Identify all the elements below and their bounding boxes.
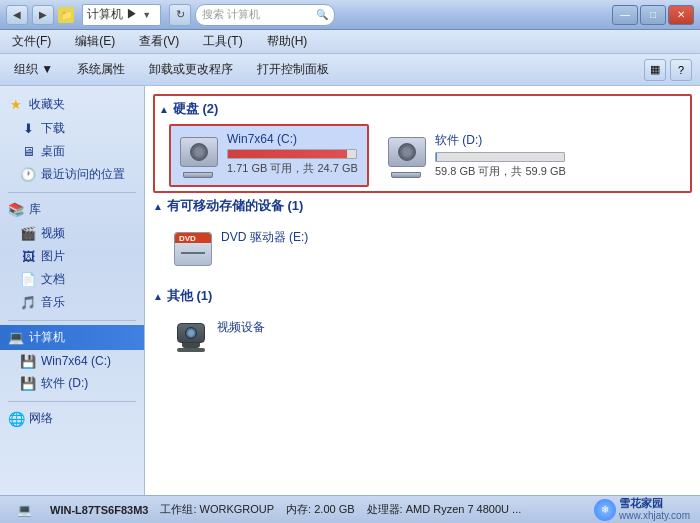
close-button[interactable]: ✕ bbox=[668, 5, 694, 25]
dvd-label-text: DVD bbox=[179, 234, 196, 243]
menu-view[interactable]: 查看(V) bbox=[135, 31, 183, 52]
computer-icon: 💻 bbox=[8, 330, 24, 346]
uninstall-button[interactable]: 卸载或更改程序 bbox=[143, 58, 239, 81]
address-bar[interactable]: 计算机 ▶ ▼ bbox=[82, 4, 161, 26]
drive-d-info: 软件 (D:) 59.8 GB 可用，共 59.9 GB bbox=[435, 132, 567, 179]
refresh-button[interactable]: ↻ bbox=[169, 4, 191, 26]
sidebar-divider-3 bbox=[8, 401, 136, 402]
removable-arrow[interactable]: ▲ bbox=[153, 201, 163, 212]
status-workgroup: 工作组: WORKGROUP bbox=[160, 502, 274, 517]
sidebar-videos-label: 视频 bbox=[41, 225, 65, 242]
d-drive-icon: 💾 bbox=[20, 376, 36, 392]
drive-c-progress-fill bbox=[228, 150, 347, 158]
other-grid: 视频设备 bbox=[163, 311, 692, 363]
sidebar-item-pictures[interactable]: 🖼 图片 bbox=[0, 245, 144, 268]
webcam-info: 视频设备 bbox=[217, 319, 353, 339]
minimize-button[interactable]: — bbox=[612, 5, 638, 25]
drive-d-name: 软件 (D:) bbox=[435, 132, 567, 149]
hard-drives-grid: Win7x64 (C:) 1.71 GB 可用，共 24.7 GB bbox=[169, 124, 686, 187]
hdd-body bbox=[180, 137, 218, 167]
hard-drives-title: ▲ 硬盘 (2) bbox=[159, 100, 686, 118]
sidebar-item-videos[interactable]: 🎬 视频 bbox=[0, 222, 144, 245]
sidebar-c-drive-label: Win7x64 (C:) bbox=[41, 354, 111, 368]
webcam-inner: 视频设备 bbox=[173, 319, 353, 355]
control-panel-button[interactable]: 打开控制面板 bbox=[251, 58, 335, 81]
sidebar-item-desktop[interactable]: 🖥 桌面 bbox=[0, 140, 144, 163]
menu-file[interactable]: 文件(F) bbox=[8, 31, 55, 52]
forward-button[interactable]: ▶ bbox=[32, 5, 54, 25]
address-dropdown-icon[interactable]: ▼ bbox=[142, 10, 156, 20]
organize-button[interactable]: 组织 ▼ bbox=[8, 58, 59, 81]
menu-help[interactable]: 帮助(H) bbox=[263, 31, 312, 52]
sidebar-network-item[interactable]: 🌐 网络 bbox=[0, 406, 144, 431]
drive-d[interactable]: 软件 (D:) 59.8 GB 可用，共 59.9 GB bbox=[377, 124, 577, 187]
drive-c-info: Win7x64 (C:) 1.71 GB 可用，共 24.7 GB bbox=[227, 132, 359, 176]
watermark-text: 雪花家园 www.xhjaty.com bbox=[619, 497, 690, 522]
recent-icon: 🕐 bbox=[20, 167, 36, 183]
sidebar-item-recent[interactable]: 🕐 最近访问的位置 bbox=[0, 163, 144, 186]
other-arrow[interactable]: ▲ bbox=[153, 291, 163, 302]
hard-drives-section: ▲ 硬盘 (2) bbox=[153, 94, 692, 193]
status-right: ❄ 雪花家园 www.xhjaty.com bbox=[594, 497, 690, 522]
other-section: ▲ 其他 (1) bbox=[153, 287, 692, 363]
menu-bar: 文件(F) 编辑(E) 查看(V) 工具(T) 帮助(H) bbox=[0, 30, 700, 54]
collapse-arrow[interactable]: ▲ bbox=[159, 104, 169, 115]
webcam-name: 视频设备 bbox=[217, 319, 353, 336]
sidebar-item-downloads[interactable]: ⬇ 下载 bbox=[0, 117, 144, 140]
removable-section: ▲ 有可移动存储的设备 (1) DVD bbox=[153, 197, 692, 277]
webcam-icon bbox=[173, 319, 209, 355]
folder-icon: 📁 bbox=[58, 7, 74, 23]
sidebar-libraries-header[interactable]: 📚 库 bbox=[0, 197, 144, 222]
window-controls: — □ ✕ bbox=[612, 5, 694, 25]
status-memory: 内存: 2.00 GB bbox=[286, 502, 354, 517]
back-button[interactable]: ◀ bbox=[6, 5, 28, 25]
hdd-connector bbox=[183, 172, 213, 178]
sidebar-favorites-header[interactable]: ★ 收藏夹 bbox=[0, 92, 144, 117]
sidebar-item-documents[interactable]: 📄 文档 bbox=[0, 268, 144, 291]
sidebar: ★ 收藏夹 ⬇ 下载 🖥 桌面 🕐 最近访问的位置 📚 库 bbox=[0, 86, 145, 495]
pictures-icon: 🖼 bbox=[20, 249, 36, 265]
sidebar-divider-1 bbox=[8, 192, 136, 193]
view-toggle-button[interactable]: ▦ bbox=[644, 59, 666, 81]
toolbar-right: ▦ ? bbox=[644, 59, 692, 81]
address-text: 计算机 ▶ bbox=[87, 6, 138, 23]
sidebar-computer-header[interactable]: 💻 计算机 bbox=[0, 325, 144, 350]
maximize-button[interactable]: □ bbox=[640, 5, 666, 25]
webcam-device[interactable]: 视频设备 bbox=[163, 311, 363, 363]
dvd-inner: DVD DVD 驱动器 (E:) bbox=[173, 229, 353, 269]
dvd-icon: DVD bbox=[173, 229, 213, 269]
drive-d-space: 59.8 GB 可用，共 59.9 GB bbox=[435, 164, 567, 179]
search-placeholder: 搜索 计算机 bbox=[202, 7, 312, 22]
sidebar-divider-2 bbox=[8, 320, 136, 321]
drive-c-icon bbox=[179, 132, 219, 172]
search-bar[interactable]: 搜索 计算机 🔍 bbox=[195, 4, 335, 26]
dvd-drive[interactable]: DVD DVD 驱动器 (E:) bbox=[163, 221, 363, 277]
other-title: ▲ 其他 (1) bbox=[153, 287, 692, 305]
drive-c-space: 1.71 GB 可用，共 24.7 GB bbox=[227, 161, 359, 176]
main-layout: ★ 收藏夹 ⬇ 下载 🖥 桌面 🕐 最近访问的位置 📚 库 bbox=[0, 86, 700, 495]
dvd-name: DVD 驱动器 (E:) bbox=[221, 229, 353, 246]
drive-c-name: Win7x64 (C:) bbox=[227, 132, 359, 146]
sidebar-item-music[interactable]: 🎵 音乐 bbox=[0, 291, 144, 314]
star-icon: ★ bbox=[8, 97, 24, 113]
sidebar-desktop-label: 桌面 bbox=[41, 143, 65, 160]
sidebar-recent-label: 最近访问的位置 bbox=[41, 166, 125, 183]
help-button[interactable]: ? bbox=[670, 59, 692, 81]
sidebar-item-d-drive[interactable]: 💾 软件 (D:) bbox=[0, 372, 144, 395]
dvd-body: DVD bbox=[174, 232, 212, 266]
download-icon: ⬇ bbox=[20, 121, 36, 137]
system-properties-button[interactable]: 系统属性 bbox=[71, 58, 131, 81]
network-icon: 🌐 bbox=[8, 411, 24, 427]
sidebar-pictures-label: 图片 bbox=[41, 248, 65, 265]
menu-edit[interactable]: 编辑(E) bbox=[71, 31, 119, 52]
drive-c[interactable]: Win7x64 (C:) 1.71 GB 可用，共 24.7 GB bbox=[169, 124, 369, 187]
menu-tools[interactable]: 工具(T) bbox=[199, 31, 246, 52]
sidebar-item-c-drive[interactable]: 💾 Win7x64 (C:) bbox=[0, 350, 144, 372]
title-bar: ◀ ▶ 📁 计算机 ▶ ▼ ↻ 搜索 计算机 🔍 — □ ✕ bbox=[0, 0, 700, 30]
sidebar-libraries-label: 库 bbox=[29, 201, 41, 218]
hdd-d-body bbox=[388, 137, 426, 167]
hdd-d-platter bbox=[398, 143, 416, 161]
webcam-body bbox=[177, 323, 205, 343]
webcam-lens bbox=[185, 327, 197, 339]
watermark-name: 雪花家园 bbox=[619, 497, 690, 510]
